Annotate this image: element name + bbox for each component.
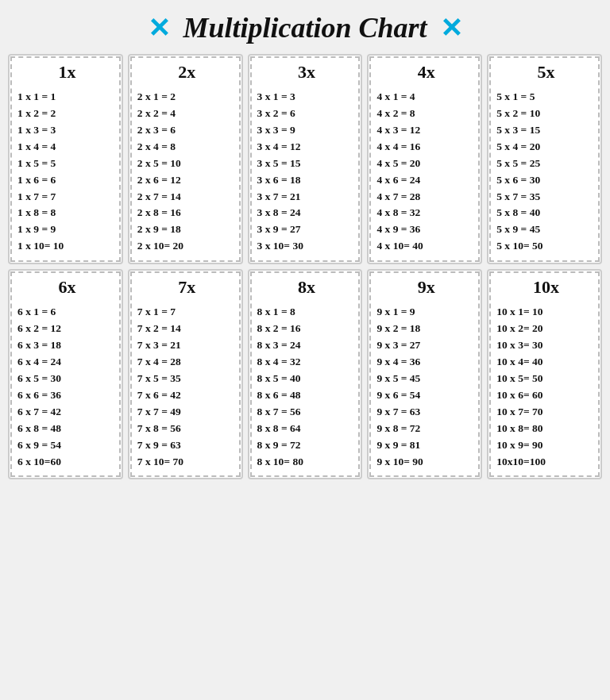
equation-4-8: 4 x 8 = 32 <box>376 205 476 221</box>
equation-1-6: 1 x 6 = 6 <box>17 172 117 189</box>
table-cell-4: 4x4 x 1 = 44 x 2 = 84 x 3 = 124 x 4 = 16… <box>367 54 482 264</box>
equation-2-9: 2 x 9 = 18 <box>137 221 237 238</box>
equation-5-10: 5 x 10= 50 <box>496 238 596 255</box>
left-x-icon: ✕ <box>148 12 170 44</box>
equation-2-1: 2 x 1 = 2 <box>137 89 237 106</box>
equation-9-9: 9 x 9 = 81 <box>376 437 476 454</box>
equation-6-5: 6 x 5 = 30 <box>17 371 117 387</box>
equation-5-6: 5 x 6 = 30 <box>496 172 596 189</box>
equation-8-7: 8 x 7 = 56 <box>257 404 357 421</box>
table-cell-2: 2x2 x 1 = 22 x 2 = 42 x 3 = 62 x 4 = 82 … <box>128 54 243 264</box>
equation-2-10: 2 x 10= 20 <box>137 238 237 255</box>
equation-10-1: 10 x 1= 10 <box>496 304 596 321</box>
equation-9-5: 9 x 5 = 45 <box>376 371 476 387</box>
equation-10-9: 10 x 9= 90 <box>496 437 596 454</box>
table-header-3: 3x <box>257 62 357 83</box>
equation-6-1: 6 x 1 = 6 <box>17 304 117 321</box>
equation-6-10: 6 x 10=60 <box>17 454 117 471</box>
equation-10-2: 10 x 2= 20 <box>496 321 596 337</box>
table-header-2: 2x <box>137 62 237 83</box>
equation-6-8: 6 x 8 = 48 <box>17 421 117 437</box>
equation-1-3: 1 x 3 = 3 <box>17 122 117 139</box>
equation-3-10: 3 x 10= 30 <box>257 238 357 255</box>
equation-4-5: 4 x 5 = 20 <box>376 156 476 172</box>
equation-5-5: 5 x 5 = 25 <box>496 156 596 172</box>
equation-4-9: 4 x 9 = 36 <box>376 221 476 238</box>
equation-7-3: 7 x 3 = 21 <box>137 337 237 354</box>
equation-8-6: 8 x 6 = 48 <box>257 387 357 404</box>
table-header-8: 8x <box>257 277 357 298</box>
equation-7-4: 7 x 4 = 28 <box>137 354 237 371</box>
equation-8-9: 8 x 9 = 72 <box>257 437 357 454</box>
equation-2-3: 2 x 3 = 6 <box>137 122 237 139</box>
equation-9-1: 9 x 1 = 9 <box>376 304 476 321</box>
equation-10-7: 10 x 7= 70 <box>496 404 596 421</box>
equation-1-10: 1 x 10= 10 <box>17 238 117 255</box>
table-cell-1: 1x1 x 1 = 11 x 2 = 21 x 3 = 31 x 4 = 41 … <box>8 54 123 264</box>
equation-1-7: 1 x 7 = 7 <box>17 189 117 206</box>
equation-7-7: 7 x 7 = 49 <box>137 404 237 421</box>
equation-2-5: 2 x 5 = 10 <box>137 156 237 172</box>
right-x-icon: ✕ <box>440 12 462 44</box>
equation-7-5: 7 x 5 = 35 <box>137 371 237 387</box>
table-header-7: 7x <box>137 277 237 298</box>
equation-4-7: 4 x 7 = 28 <box>376 189 476 206</box>
equation-5-9: 5 x 9 = 45 <box>496 221 596 238</box>
equation-9-10: 9 x 10= 90 <box>376 454 476 471</box>
equation-3-6: 3 x 6 = 18 <box>257 172 357 189</box>
equation-5-1: 5 x 1 = 5 <box>496 89 596 106</box>
page: ✕ Multiplication Chart ✕ 1x1 x 1 = 11 x … <box>0 0 610 700</box>
equation-3-9: 3 x 9 = 27 <box>257 221 357 238</box>
equation-6-2: 6 x 2 = 12 <box>17 321 117 337</box>
equation-1-1: 1 x 1 = 1 <box>17 89 117 106</box>
equation-3-4: 3 x 4 = 12 <box>257 139 357 156</box>
equation-8-4: 8 x 4 = 32 <box>257 354 357 371</box>
table-header-4: 4x <box>376 62 476 83</box>
equation-8-5: 8 x 5 = 40 <box>257 371 357 387</box>
table-cell-7: 7x7 x 1 = 77 x 2 = 147 x 3 = 217 x 4 = 2… <box>128 269 243 479</box>
table-cell-6: 6x6 x 1 = 66 x 2 = 126 x 3 = 186 x 4 = 2… <box>8 269 123 479</box>
table-cell-3: 3x3 x 1 = 33 x 2 = 63 x 3 = 93 x 4 = 123… <box>248 54 363 264</box>
equation-4-10: 4 x 10= 40 <box>376 238 476 255</box>
equation-3-3: 3 x 3 = 9 <box>257 122 357 139</box>
equation-6-6: 6 x 6 = 36 <box>17 387 117 404</box>
equation-3-5: 3 x 5 = 15 <box>257 156 357 172</box>
equation-5-3: 5 x 3 = 15 <box>496 122 596 139</box>
equation-3-1: 3 x 1 = 3 <box>257 89 357 106</box>
equation-8-2: 8 x 2 = 16 <box>257 321 357 337</box>
equation-3-7: 3 x 7 = 21 <box>257 189 357 206</box>
table-header-9: 9x <box>376 277 476 298</box>
equation-1-4: 1 x 4 = 4 <box>17 139 117 156</box>
table-cell-5: 5x5 x 1 = 55 x 2 = 105 x 3 = 155 x 4 = 2… <box>487 54 602 264</box>
equation-5-4: 5 x 4 = 20 <box>496 139 596 156</box>
equation-2-6: 2 x 6 = 12 <box>137 172 237 189</box>
table-cell-8: 8x8 x 1 = 88 x 2 = 168 x 3 = 248 x 4 = 3… <box>248 269 363 479</box>
equation-2-4: 2 x 4 = 8 <box>137 139 237 156</box>
equation-10-6: 10 x 6= 60 <box>496 387 596 404</box>
equation-8-8: 8 x 8 = 64 <box>257 421 357 437</box>
equation-8-3: 8 x 3 = 24 <box>257 337 357 354</box>
equation-5-8: 5 x 8 = 40 <box>496 205 596 221</box>
equation-7-6: 7 x 6 = 42 <box>137 387 237 404</box>
equation-2-8: 2 x 8 = 16 <box>137 205 237 221</box>
equation-10-4: 10 x 4= 40 <box>496 354 596 371</box>
equation-10-3: 10 x 3= 30 <box>496 337 596 354</box>
equation-10-5: 10 x 5= 50 <box>496 371 596 387</box>
equation-4-4: 4 x 4 = 16 <box>376 139 476 156</box>
equation-5-7: 5 x 7 = 35 <box>496 189 596 206</box>
equation-4-1: 4 x 1 = 4 <box>376 89 476 106</box>
multiplication-grid: 1x1 x 1 = 11 x 2 = 21 x 3 = 31 x 4 = 41 … <box>8 54 602 479</box>
page-title: Multiplication Chart <box>183 11 427 44</box>
equation-7-8: 7 x 8 = 56 <box>137 421 237 437</box>
equation-7-10: 7 x 10= 70 <box>137 454 237 471</box>
equation-5-2: 5 x 2 = 10 <box>496 106 596 122</box>
equation-2-7: 2 x 7 = 14 <box>137 189 237 206</box>
equation-1-2: 1 x 2 = 2 <box>17 106 117 122</box>
table-header-6: 6x <box>17 277 117 298</box>
equation-8-1: 8 x 1 = 8 <box>257 304 357 321</box>
equation-9-4: 9 x 4 = 36 <box>376 354 476 371</box>
equation-6-9: 6 x 9 = 54 <box>17 437 117 454</box>
equation-7-9: 7 x 9 = 63 <box>137 437 237 454</box>
equation-7-1: 7 x 1 = 7 <box>137 304 237 321</box>
table-cell-9: 9x9 x 1 = 99 x 2 = 189 x 3 = 279 x 4 = 3… <box>367 269 482 479</box>
